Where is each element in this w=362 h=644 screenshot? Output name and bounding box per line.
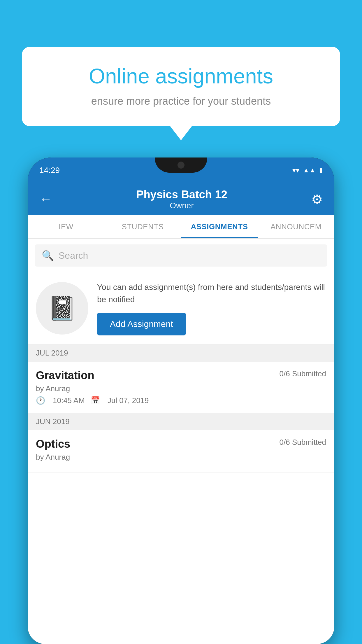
phone-inner: IEW STUDENTS ASSIGNMENTS ANNOUNCEM 🔍 Sea…	[28, 215, 334, 644]
month-separator-jun: JUN 2019	[28, 413, 334, 430]
assignment-by-optics: by Anurag	[36, 453, 326, 462]
add-assignment-button[interactable]: Add Assignment	[97, 313, 186, 335]
phone-camera	[178, 162, 184, 169]
tab-students[interactable]: STUDENTS	[104, 215, 181, 238]
calendar-icon: 📅	[91, 396, 100, 405]
search-bar[interactable]: 🔍 Search	[35, 244, 327, 267]
battery-icon: ▮	[319, 167, 323, 174]
phone-frame: 14:29 ▾▾ ▲▲ ▮ ← Physics Batch 12 Owner ⚙…	[28, 158, 334, 644]
header-subtitle: Owner	[136, 201, 227, 210]
wifi-icon: ▾▾	[292, 166, 299, 174]
status-icons: ▾▾ ▲▲ ▮	[292, 166, 323, 174]
time-icon: 🕐	[36, 396, 45, 405]
header-title: Physics Batch 12	[136, 188, 227, 201]
assignment-date: Jul 07, 2019	[108, 396, 149, 405]
app-header: ← Physics Batch 12 Owner ⚙	[28, 183, 334, 215]
assignment-item-optics[interactable]: Optics 0/6 Submitted by Anurag	[28, 430, 334, 473]
tab-iew[interactable]: IEW	[28, 215, 104, 238]
promo-content: You can add assignment(s) from here and …	[97, 281, 326, 335]
promo-icon-circle: 📓	[36, 282, 88, 335]
assignment-top-row-optics: Optics 0/6 Submitted	[36, 438, 326, 450]
signal-icon: ▲▲	[303, 167, 316, 174]
assignment-meta: 🕐 10:45 AM 📅 Jul 07, 2019	[36, 396, 326, 405]
assignment-submitted: 0/6 Submitted	[280, 369, 326, 378]
status-time: 14:29	[39, 166, 60, 175]
assignment-name-optics: Optics	[36, 438, 70, 450]
settings-icon[interactable]: ⚙	[311, 192, 323, 207]
assignment-submitted-optics: 0/6 Submitted	[280, 438, 326, 447]
bubble-subtitle: ensure more practice for your students	[42, 95, 320, 107]
tab-assignments[interactable]: ASSIGNMENTS	[181, 215, 258, 238]
assignment-top-row: Gravitation 0/6 Submitted	[36, 369, 326, 382]
speech-bubble-card: Online assignments ensure more practice …	[22, 47, 340, 126]
month-separator-jul: JUL 2019	[28, 344, 334, 362]
promo-section: 📓 You can add assignment(s) from here an…	[28, 272, 334, 344]
tab-announcements[interactable]: ANNOUNCEM	[258, 215, 334, 238]
search-placeholder: Search	[59, 250, 88, 261]
promo-text: You can add assignment(s) from here and …	[97, 281, 326, 306]
assignment-by: by Anurag	[36, 384, 326, 393]
assignment-item-gravitation[interactable]: Gravitation 0/6 Submitted by Anurag 🕐 10…	[28, 362, 334, 413]
header-center: Physics Batch 12 Owner	[136, 188, 227, 210]
search-icon: 🔍	[42, 250, 54, 261]
phone-notch	[155, 158, 207, 173]
notebook-icon: 📓	[48, 295, 77, 322]
bubble-title: Online assignments	[42, 64, 320, 88]
assignment-name: Gravitation	[36, 369, 94, 382]
assignment-time: 10:45 AM	[53, 396, 85, 405]
tabs-bar: IEW STUDENTS ASSIGNMENTS ANNOUNCEM	[28, 215, 334, 239]
back-button[interactable]: ←	[39, 192, 52, 206]
status-bar: 14:29 ▾▾ ▲▲ ▮	[28, 158, 334, 183]
